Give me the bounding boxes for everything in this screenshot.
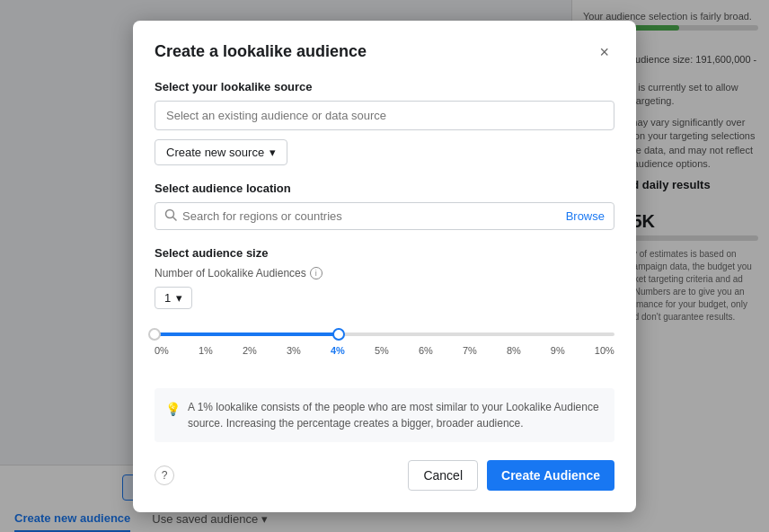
- bulb-icon: 💡: [165, 400, 181, 419]
- slider-label-5: 5%: [375, 345, 389, 356]
- modal-header: Create a lookalike audience ×: [155, 42, 614, 62]
- create-source-arrow: ▾: [270, 146, 276, 159]
- slider-label-1: 1%: [199, 345, 213, 356]
- slider-label-10: 10%: [595, 345, 614, 356]
- location-section: Select audience location Browse: [155, 182, 614, 230]
- location-search-input[interactable]: [182, 209, 566, 223]
- source-section-label: Select your lookalike source: [155, 80, 614, 93]
- create-source-label: Create new source: [166, 146, 264, 159]
- slider-fill: [155, 332, 339, 336]
- slider-label-9: 9%: [551, 345, 565, 356]
- modal-overlay: Create a lookalike audience × Select you…: [0, 0, 769, 532]
- slider-thumb-left[interactable]: [148, 328, 161, 341]
- create-source-button[interactable]: Create new source ▾: [155, 139, 287, 165]
- audience-size-slider[interactable]: 0% 1% 2% 3% 4% 5% 6% 7% 8% 9% 10%: [155, 332, 614, 374]
- location-search-wrapper: Browse: [155, 202, 614, 230]
- slider-label-2: 2%: [243, 345, 257, 356]
- number-select-value: 1: [164, 291, 171, 305]
- slider-label-4: 4%: [331, 345, 345, 356]
- modal-title: Create a lookalike audience: [155, 42, 367, 61]
- slider-label-7: 7%: [463, 345, 477, 356]
- source-input[interactable]: [155, 101, 614, 130]
- footer-buttons: Cancel Create Audience: [408, 460, 614, 491]
- help-icon[interactable]: ?: [155, 466, 174, 485]
- slider-label-3: 3%: [287, 345, 301, 356]
- slider-labels: 0% 1% 2% 3% 4% 5% 6% 7% 8% 9% 10%: [155, 345, 614, 356]
- lookalike-modal: Create a lookalike audience × Select you…: [133, 21, 636, 512]
- cancel-button[interactable]: Cancel: [408, 460, 478, 491]
- slider-label-8: 8%: [507, 345, 521, 356]
- search-icon: [164, 208, 177, 224]
- source-section: Select your lookalike source Create new …: [155, 80, 614, 182]
- info-box-text: A 1% lookalike consists of the people wh…: [188, 399, 604, 431]
- browse-button[interactable]: Browse: [566, 209, 605, 223]
- slider-label-6: 6%: [419, 345, 433, 356]
- number-select[interactable]: 1 ▾: [155, 287, 192, 309]
- number-info-icon[interactable]: i: [310, 267, 323, 279]
- slider-label-0: 0%: [155, 345, 169, 356]
- location-label: Select audience location: [155, 182, 614, 195]
- modal-footer: ? Cancel Create Audience: [155, 460, 614, 491]
- size-section-label: Select audience size: [155, 246, 614, 260]
- svg-line-1: [173, 217, 177, 220]
- modal-close-button[interactable]: ×: [594, 42, 614, 62]
- number-label: Number of Lookalike Audiences i: [155, 267, 614, 279]
- number-select-arrow: ▾: [176, 291, 182, 305]
- size-section: Select audience size Number of Lookalike…: [155, 246, 614, 374]
- create-audience-button[interactable]: Create Audience: [487, 460, 614, 491]
- slider-thumb-right[interactable]: [332, 328, 345, 341]
- info-box: 💡 A 1% lookalike consists of the people …: [155, 388, 614, 442]
- slider-track: [155, 332, 614, 336]
